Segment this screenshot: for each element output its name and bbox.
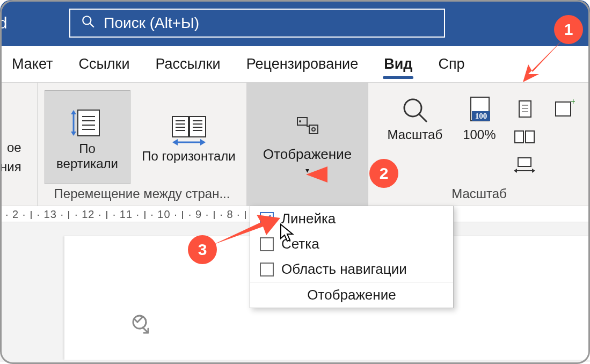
vertical-label: По вертикали (48, 141, 127, 171)
svg-rect-19 (297, 118, 307, 125)
svg-rect-21 (309, 125, 318, 134)
zoom-button[interactable]: Масштаб (383, 91, 446, 143)
horizontal-pages-button[interactable]: По горизонтали (138, 90, 240, 184)
search-box[interactable]: Поиск (Alt+Ы) (69, 9, 445, 38)
one-page-icon[interactable] (513, 99, 536, 121)
svg-text:100: 100 (475, 112, 487, 120)
horizontal-page-icon (166, 114, 212, 147)
app-title-fragment: ord (0, 14, 7, 32)
vertical-page-icon (68, 107, 107, 139)
tab-layout[interactable]: Макет (11, 53, 54, 76)
checkbox-empty-icon (260, 263, 274, 276)
tab-help[interactable]: Спр (437, 53, 465, 76)
page-movement-group-label: Перемещение между стран... (54, 184, 230, 206)
mouse-cursor-icon (279, 223, 295, 245)
title-bar: ord Поиск (Alt+Ы) (0, 0, 590, 46)
dropdown-title: Отображение (250, 282, 453, 308)
partial-text-2: ния (0, 157, 21, 177)
zoom-group-label: Масштаб (451, 184, 507, 206)
svg-point-23 (404, 99, 421, 117)
svg-line-1 (90, 23, 94, 27)
page-100-icon: 100 (464, 95, 494, 125)
svg-rect-36 (556, 102, 571, 116)
display-label: Отображение (263, 146, 352, 163)
callout-2: 2 (369, 159, 398, 188)
search-icon (81, 14, 95, 32)
svg-text:+: + (571, 99, 575, 106)
tab-references[interactable]: Ссылки (77, 53, 130, 76)
page-width-icon[interactable] (513, 155, 536, 177)
section-break-icon (129, 311, 155, 339)
svg-point-0 (83, 16, 91, 24)
magnifier-icon (400, 95, 430, 125)
ribbon-tabs: Макет Ссылки Рассылки Рецензирование Вид… (0, 46, 590, 83)
callout-1: 1 (554, 15, 583, 44)
svg-point-38 (133, 316, 146, 329)
zoom-label: Масштаб (387, 127, 442, 142)
multi-page-icon[interactable] (513, 127, 536, 149)
svg-rect-32 (515, 131, 523, 143)
arrow-3 (213, 213, 282, 250)
svg-line-24 (419, 114, 427, 122)
display-icon (295, 114, 320, 141)
navpane-checkbox-item[interactable]: Область навигации (250, 257, 453, 282)
svg-rect-2 (78, 110, 99, 136)
navpane-item-label: Область навигации (281, 261, 407, 278)
svg-point-22 (312, 128, 315, 131)
horizontal-label: По горизонтали (142, 149, 235, 164)
ribbon: ое ния По верти (0, 83, 590, 206)
new-window-icon[interactable]: + (551, 99, 575, 121)
zoom-100-button[interactable]: 100 100% (459, 91, 499, 143)
svg-point-20 (300, 121, 301, 122)
svg-rect-33 (526, 131, 534, 143)
tab-mailings[interactable]: Рассылки (154, 53, 221, 76)
svg-rect-34 (518, 158, 531, 166)
callout-3: 3 (188, 235, 217, 264)
svg-rect-28 (519, 101, 531, 117)
tab-review[interactable]: Рецензирование (245, 53, 360, 76)
zoom-100-label: 100% (463, 127, 496, 142)
vertical-pages-button[interactable]: По вертикали (45, 90, 130, 184)
search-placeholder: Поиск (Alt+Ы) (104, 14, 199, 32)
partial-text-1: ое (0, 138, 21, 157)
tab-view[interactable]: Вид (383, 53, 413, 76)
